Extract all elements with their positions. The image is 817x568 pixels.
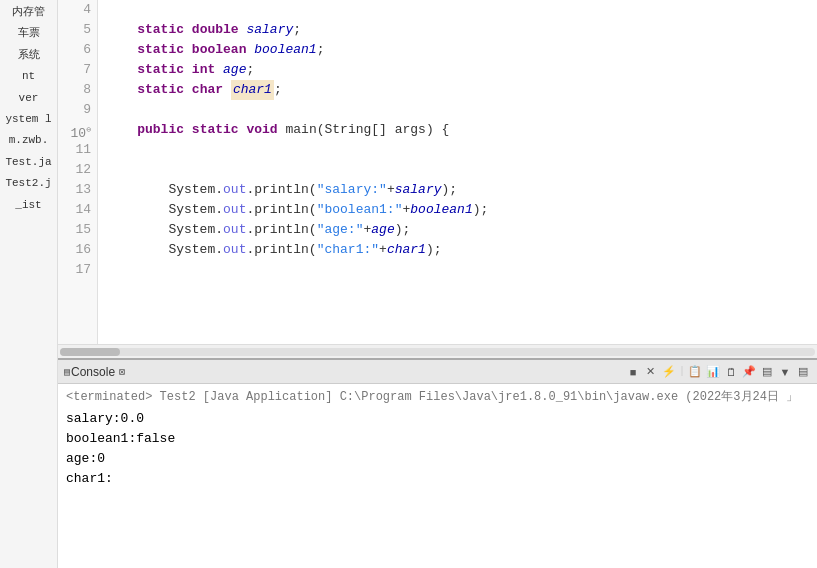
scrollbar-track[interactable] <box>60 348 815 356</box>
sidebar-item-5[interactable]: ystem l <box>0 109 57 130</box>
console-copy-btn[interactable]: 📋 <box>687 364 703 380</box>
line-6: 6 <box>58 40 97 60</box>
console-paste-btn[interactable]: 📊 <box>705 364 721 380</box>
code-horizontal-scrollbar[interactable] <box>58 344 817 358</box>
sidebar-item-9[interactable]: _ist <box>0 195 57 216</box>
sidebar-item-2[interactable]: 系统 <box>0 45 57 66</box>
code-line-11 <box>106 140 817 160</box>
sidebar-item-1[interactable]: 车票 <box>0 23 57 44</box>
code-line-10: public static void main(String[] args) { <box>106 120 817 140</box>
line-14: 14 <box>58 200 97 220</box>
line-numbers: 4 5 6 7 8 9 10⊖ 11 12 13 14 15 16 17 <box>58 0 98 344</box>
console-title: Console <box>71 365 115 379</box>
line-12: 12 <box>58 160 97 180</box>
console-terminated-line: <terminated> Test2 [Java Application] C:… <box>66 388 809 405</box>
console-output-salary: salary:0.0 <box>66 409 809 429</box>
console-view-btn[interactable]: ▤ <box>759 364 775 380</box>
console-close-hint: ⊠ <box>119 366 125 378</box>
code-content[interactable]: static double salary; static boolean boo… <box>98 0 817 344</box>
line-8: 8 <box>58 80 97 100</box>
line-16: 16 <box>58 240 97 260</box>
editor-area: 4 5 6 7 8 9 10⊖ 11 12 13 14 15 16 17 <box>58 0 817 358</box>
code-line-13: System.out.println("salary:"+salary); <box>106 180 817 200</box>
code-line-17 <box>106 260 817 280</box>
console-clear-btn[interactable]: 🗒 <box>723 364 739 380</box>
console-dropdown-btn[interactable]: ▼ <box>777 364 793 380</box>
line-15: 15 <box>58 220 97 240</box>
console-icon: ▤ <box>64 366 70 378</box>
var-char1-highlighted: char1 <box>231 80 274 100</box>
code-container: 4 5 6 7 8 9 10⊖ 11 12 13 14 15 16 17 <box>58 0 817 344</box>
var-age: age <box>223 60 246 80</box>
console-area: ▤ Console ⊠ ■ ✕ ⚡ | 📋 📊 🗒 📌 ▤ ▼ ▤ <termi… <box>58 358 817 568</box>
indent <box>106 20 137 40</box>
line-17: 17 <box>58 260 97 280</box>
code-line-12 <box>106 160 817 180</box>
sidebar: 内存管 车票 系统 nt ver ystem l m.zwb. Test.ja … <box>0 0 58 568</box>
code-line-16: System.out.println("char1:"+char1); <box>106 240 817 260</box>
sidebar-item-0[interactable]: 内存管 <box>0 2 57 23</box>
line-10[interactable]: 10⊖ <box>58 120 97 140</box>
console-stop-btn[interactable]: ■ <box>625 364 641 380</box>
code-line-5: static double salary; <box>106 20 817 40</box>
line-13: 13 <box>58 180 97 200</box>
code-line-15: System.out.println("age:"+age); <box>106 220 817 240</box>
code-line-4 <box>106 0 817 20</box>
var-boolean1: boolean1 <box>254 40 316 60</box>
code-line-7: static int age; <box>106 60 817 80</box>
console-output-char1: char1: <box>66 469 809 489</box>
code-line-6: static boolean boolean1; <box>106 40 817 60</box>
code-line-8: static char char1; <box>106 80 817 100</box>
sidebar-item-3[interactable]: nt <box>0 66 57 87</box>
kw-double: double <box>192 20 239 40</box>
code-line-9 <box>106 100 817 120</box>
console-header: ▤ Console ⊠ ■ ✕ ⚡ | 📋 📊 🗒 📌 ▤ ▼ ▤ <box>58 360 817 384</box>
line-4: 4 <box>58 0 97 20</box>
var-salary: salary <box>246 20 293 40</box>
line-11: 11 <box>58 140 97 160</box>
scrollbar-thumb[interactable] <box>60 348 120 356</box>
toolbar-separator: | <box>679 366 685 377</box>
line-9: 9 <box>58 100 97 120</box>
console-terminate-btn[interactable]: ✕ <box>643 364 659 380</box>
kw-static: static <box>137 20 184 40</box>
code-line-14: System.out.println("boolean1:"+boolean1)… <box>106 200 817 220</box>
console-run-btn[interactable]: ⚡ <box>661 364 677 380</box>
console-options-btn[interactable]: ▤ <box>795 364 811 380</box>
line-7: 7 <box>58 60 97 80</box>
console-scroll-lock-btn[interactable]: 📌 <box>741 364 757 380</box>
sidebar-item-7[interactable]: Test.ja <box>0 152 57 173</box>
line-5: 5 <box>58 20 97 40</box>
sidebar-item-8[interactable]: Test2.j <box>0 173 57 194</box>
sidebar-item-6[interactable]: m.zwb. <box>0 130 57 151</box>
console-body[interactable]: <terminated> Test2 [Java Application] C:… <box>58 384 817 568</box>
console-output-boolean1: boolean1:false <box>66 429 809 449</box>
console-output-age: age:0 <box>66 449 809 469</box>
main-area: 4 5 6 7 8 9 10⊖ 11 12 13 14 15 16 17 <box>58 0 817 568</box>
console-toolbar: ■ ✕ ⚡ | 📋 📊 🗒 📌 ▤ ▼ ▤ <box>625 364 811 380</box>
sidebar-item-4[interactable]: ver <box>0 88 57 109</box>
